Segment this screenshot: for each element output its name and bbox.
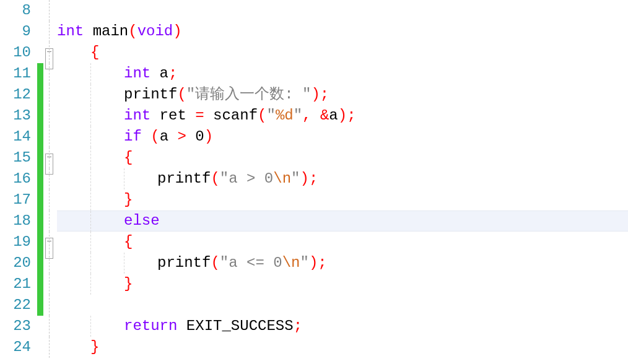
- code-line[interactable]: [57, 0, 628, 21]
- token-paren: ): [338, 107, 347, 124]
- token-op: ;: [294, 318, 302, 334]
- token-str: "a > 0: [220, 170, 273, 187]
- token-plain: [142, 128, 150, 145]
- code-line[interactable]: }: [57, 274, 628, 295]
- change-marker: [37, 337, 43, 358]
- line-number: 23: [0, 316, 31, 337]
- code-line[interactable]: {: [57, 232, 628, 253]
- token-paren: ): [173, 23, 181, 40]
- code-editor[interactable]: 89101112131415161718192021222324 −−− int…: [0, 0, 628, 358]
- token-plain: [312, 107, 320, 124]
- fold-cell: [43, 316, 57, 337]
- change-marker: [37, 84, 43, 105]
- change-marker: [37, 274, 43, 295]
- line-number: 10: [0, 42, 31, 63]
- line-number: 14: [0, 126, 31, 147]
- token-kw: int: [124, 65, 150, 82]
- code-line[interactable]: [57, 295, 628, 316]
- line-number: 8: [0, 0, 31, 21]
- change-marker: [37, 126, 43, 147]
- line-number: 21: [0, 274, 31, 295]
- token-esc: \n: [273, 170, 291, 187]
- token-plain: EXIT_SUCCESS: [177, 318, 293, 334]
- token-brace: }: [124, 191, 133, 208]
- fold-cell: [43, 63, 57, 84]
- code-line[interactable]: int ret = scanf("%d", &a);: [57, 105, 628, 126]
- token-kw: else: [124, 212, 160, 229]
- code-line[interactable]: {: [57, 147, 628, 168]
- fold-cell: [43, 147, 57, 168]
- line-number: 18: [0, 210, 31, 232]
- code-line[interactable]: printf("请输入一个数: ");: [57, 84, 628, 105]
- code-line[interactable]: printf("a <= 0\n");: [57, 253, 628, 274]
- line-number: 11: [0, 63, 31, 84]
- token-op: ,: [302, 107, 311, 124]
- code-line[interactable]: else: [57, 210, 628, 232]
- change-marker: [37, 63, 43, 84]
- token-fn: printf: [124, 86, 177, 103]
- fold-cell: [43, 232, 57, 253]
- fold-cell: [43, 337, 57, 358]
- fold-cell: [43, 189, 57, 210]
- token-op: ;: [320, 86, 329, 103]
- change-marker: [37, 0, 43, 21]
- token-str: ": [300, 254, 308, 271]
- token-paren: (: [150, 128, 159, 145]
- token-str: ": [266, 107, 275, 124]
- change-marker: [37, 295, 43, 316]
- token-str: "请输入一个数: ": [186, 86, 312, 103]
- change-marker: [37, 316, 43, 337]
- token-kw: if: [124, 128, 142, 145]
- fold-cell: [43, 0, 57, 21]
- code-line[interactable]: }: [57, 189, 628, 210]
- change-marker: [37, 105, 43, 126]
- code-line[interactable]: if (a > 0): [57, 126, 628, 147]
- line-number: 12: [0, 84, 31, 105]
- token-str: "a <= 0: [220, 254, 282, 271]
- token-op: ;: [309, 170, 318, 187]
- code-line[interactable]: printf("a > 0\n");: [57, 168, 628, 189]
- line-number: 17: [0, 189, 31, 210]
- token-op: =: [195, 107, 204, 124]
- code-line[interactable]: int main(void): [57, 21, 628, 42]
- token-kw: return: [124, 318, 177, 334]
- fold-cell: [43, 84, 57, 105]
- code-area[interactable]: int main(void){int a;printf("请输入一个数: ");…: [57, 0, 628, 358]
- token-op: ;: [318, 254, 326, 271]
- code-line[interactable]: int a;: [57, 63, 628, 84]
- code-line[interactable]: return EXIT_SUCCESS;: [57, 316, 628, 337]
- change-marker-column: [37, 0, 43, 358]
- fold-column: −−−: [43, 0, 57, 358]
- token-brace: {: [124, 233, 133, 250]
- fold-cell: [43, 274, 57, 295]
- token-op: &: [320, 107, 329, 124]
- token-paren: (: [258, 107, 266, 124]
- change-marker: [37, 42, 43, 63]
- token-plain: a: [160, 128, 178, 145]
- token-brace: }: [124, 275, 133, 292]
- token-str: ": [291, 170, 300, 187]
- code-line[interactable]: }: [57, 337, 628, 358]
- token-plain: 0: [195, 128, 204, 145]
- change-marker: [37, 147, 43, 168]
- token-esc: \n: [282, 254, 300, 271]
- token-plain: [204, 107, 213, 124]
- code-line[interactable]: {: [57, 42, 628, 63]
- fold-cell: −: [43, 126, 57, 147]
- token-op: ;: [168, 65, 177, 82]
- fold-cell: [43, 253, 57, 274]
- token-op: >: [177, 128, 186, 145]
- line-number: 22: [0, 295, 31, 316]
- token-brace: {: [90, 44, 99, 61]
- fold-cell: [43, 168, 57, 189]
- token-paren: ): [300, 170, 308, 187]
- token-op: ;: [347, 107, 355, 124]
- change-marker: [37, 253, 43, 274]
- fold-cell: −: [43, 21, 57, 42]
- token-plain: ret: [150, 107, 195, 124]
- token-paren: (: [177, 86, 186, 103]
- token-plain: a: [150, 65, 168, 82]
- token-plain: a: [329, 107, 338, 124]
- token-plain: [84, 23, 92, 40]
- token-brace: }: [90, 339, 99, 355]
